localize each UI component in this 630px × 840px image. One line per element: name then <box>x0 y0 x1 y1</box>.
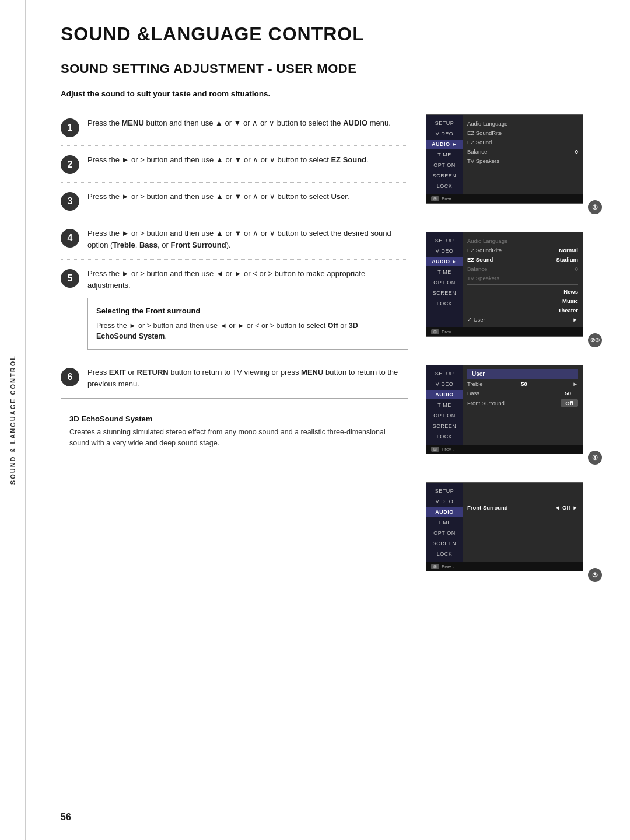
main-title: SOUND &LANGUAGE CONTROL <box>61 23 595 45</box>
screen-4-content: Front Surround ◄ Off ► <box>463 483 583 562</box>
menu-setup: SETUP <box>426 118 463 128</box>
main-content: SOUND &LANGUAGE CONTROL SOUND SETTING AD… <box>26 0 630 840</box>
menu-time: TIME <box>426 150 463 159</box>
screen-4: SETUP VIDEO AUDIO TIME OPTION SCREEN LOC… <box>426 482 583 571</box>
screen-2: SETUP VIDEO AUDIO ► TIME OPTION SCREEN L… <box>426 232 583 337</box>
menu-option: OPTION <box>426 161 463 170</box>
prev-label: Prev . <box>442 196 454 201</box>
screen-4-menu-sidebar: SETUP VIDEO AUDIO TIME OPTION SCREEN LOC… <box>426 483 463 562</box>
menu-video: VIDEO <box>426 129 463 138</box>
prev-icon-3: ⊞ <box>431 447 439 452</box>
screen-3: SETUP VIDEO AUDIO TIME OPTION SCREEN LOC… <box>426 365 583 454</box>
row-front-surround-4: Front Surround ◄ Off ► <box>467 503 578 512</box>
menu-lock: LOCK <box>426 182 463 191</box>
steps-column: 1 Press the MENU button and then use ▲ o… <box>61 109 408 585</box>
screen-3-content: User Treble 50 ► <box>463 365 583 445</box>
screen-3-prev: ⊞ Prev . <box>426 445 583 454</box>
row-theater: Theater <box>467 305 578 315</box>
row-ez-sound-2: EZ SoundStadium <box>467 255 578 264</box>
screen-2-wrapper: SETUP VIDEO AUDIO ► TIME OPTION SCREEN L… <box>426 232 595 340</box>
menu-screen-4: SCREEN <box>426 539 463 548</box>
step-text-3: Press the ► or > button and then use ▲ o… <box>88 191 350 203</box>
row-ez-soundrite-2: EZ SoundRiteNormal <box>467 245 578 255</box>
prev-label-3: Prev . <box>442 447 454 452</box>
menu-lock-3: LOCK <box>426 432 463 441</box>
screen-1: SETUP VIDEO AUDIO ► TIME OPTION SCREEN L… <box>426 114 583 204</box>
row-ez-sound: EZ Sound <box>467 137 578 147</box>
screen-2-prev: ⊞ Prev . <box>426 327 583 336</box>
screen-2-menu-sidebar: SETUP VIDEO AUDIO ► TIME OPTION SCREEN L… <box>426 232 463 327</box>
row-tv-speakers-2: TV Speakers <box>467 273 578 283</box>
screen-4-prev: ⊞ Prev . <box>426 562 583 571</box>
page-number: 56 <box>61 812 71 822</box>
menu-audio-active-2: AUDIO ► <box>426 257 463 266</box>
step-text-2: Press the ► or > button and then use ▲ o… <box>88 154 369 166</box>
screen-4-wrapper: SETUP VIDEO AUDIO TIME OPTION SCREEN LOC… <box>426 482 595 575</box>
menu-audio-active-4: AUDIO <box>426 507 463 517</box>
step-num-2: 2 <box>61 155 79 174</box>
step-6: 6 Press EXIT or RETURN button to return … <box>61 358 408 399</box>
screen-1-menu-sidebar: SETUP VIDEO AUDIO ► TIME OPTION SCREEN L… <box>426 115 463 194</box>
screen-4-badge: ⑤ <box>588 568 602 582</box>
menu-time-4: TIME <box>426 518 463 527</box>
screen-1-badge: ① <box>588 200 602 214</box>
step-num-1: 1 <box>61 118 79 137</box>
screen-1-content: Audio Language EZ SoundRite EZ Sound Bal… <box>463 115 583 194</box>
step-text-6: Press EXIT or RETURN button to return to… <box>88 367 408 390</box>
row-bass: Bass 50 <box>467 388 578 398</box>
front-surround-box-title: Selecting the Front surround <box>96 305 400 317</box>
screen-3-wrapper: SETUP VIDEO AUDIO TIME OPTION SCREEN LOC… <box>426 365 595 458</box>
screen-3-badge: ④ <box>588 451 602 465</box>
menu-setup-4: SETUP <box>426 486 463 496</box>
menu-option-2: OPTION <box>426 278 463 287</box>
section-title: SOUND SETTING ADJUSTMENT - USER MODE <box>61 61 595 76</box>
info-box-text: Creates a stunning simulated stereo effe… <box>69 427 400 449</box>
two-col-layout: 1 Press the MENU button and then use ▲ o… <box>61 109 595 585</box>
menu-video-2: VIDEO <box>426 246 463 256</box>
screen-1-prev: ⊞ Prev . <box>426 194 583 203</box>
step-text-5: Press the ► or > button and then use ◄ o… <box>88 268 408 350</box>
row-treble: Treble 50 ► <box>467 379 578 388</box>
menu-screen-3: SCREEN <box>426 421 463 431</box>
row-audio-lang-2: Audio Language <box>467 236 578 245</box>
step-num-6: 6 <box>61 368 79 386</box>
menu-lock-2: LOCK <box>426 299 463 308</box>
step-2: 2 Press the ► or > button and then use ▲… <box>61 146 408 183</box>
screens-column: SETUP VIDEO AUDIO ► TIME OPTION SCREEN L… <box>426 109 595 585</box>
row-audio-language: Audio Language <box>467 118 578 128</box>
screen-3-title: User <box>467 369 578 379</box>
prev-icon-2: ⊞ <box>431 329 439 334</box>
row-balance-2: Balance0 <box>467 264 578 273</box>
row-user: ✓ User► <box>467 315 578 324</box>
step-1: 1 Press the MENU button and then use ▲ o… <box>61 109 408 146</box>
menu-time-2: TIME <box>426 267 463 277</box>
prev-label-2: Prev . <box>442 329 454 334</box>
row-tv-speakers: TV Speakers <box>467 156 578 165</box>
step-text-4: Press the ► or > button and then use ▲ o… <box>88 228 408 251</box>
menu-screen: SCREEN <box>426 171 463 180</box>
menu-setup-3: SETUP <box>426 369 463 378</box>
menu-lock-4: LOCK <box>426 549 463 559</box>
front-surround-box: Selecting the Front surround Press the ►… <box>88 298 408 350</box>
step-4: 4 Press the ► or > button and then use ▲… <box>61 219 408 260</box>
row-news: News <box>467 287 578 296</box>
menu-time-3: TIME <box>426 400 463 410</box>
row-ez-soundrite: EZ SoundRite <box>467 128 578 137</box>
prev-icon: ⊞ <box>431 196 439 201</box>
screen-1-wrapper: SETUP VIDEO AUDIO ► TIME OPTION SCREEN L… <box>426 114 595 207</box>
info-box: 3D EchoSound System Creates a stunning s… <box>61 407 408 456</box>
step-num-5: 5 <box>61 269 79 288</box>
prev-label-4: Prev . <box>442 564 454 569</box>
treble-arrow: ► <box>573 381 578 387</box>
menu-option-3: OPTION <box>426 411 463 420</box>
sidebar-label: SOUND & LANGUAGE CONTROL <box>9 355 16 485</box>
menu-setup-2: SETUP <box>426 236 463 245</box>
screen-2-content: Audio Language EZ SoundRiteNormal EZ Sou… <box>463 232 583 327</box>
row-music: Music <box>467 296 578 305</box>
menu-video-3: VIDEO <box>426 379 463 389</box>
step-text-1: Press the MENU button and then use ▲ or … <box>88 117 391 129</box>
step-num-3: 3 <box>61 192 79 211</box>
screen-4-spacer <box>467 486 578 503</box>
step-num-4: 4 <box>61 229 79 248</box>
row-front-surround: Front Surround Off <box>467 398 578 408</box>
